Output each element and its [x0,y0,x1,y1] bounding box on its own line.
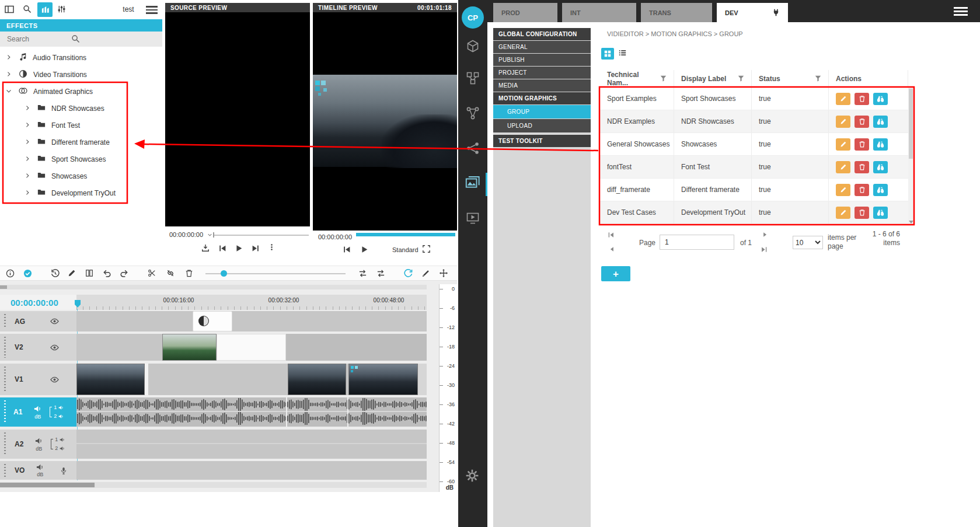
timeline-h-scrollbar[interactable] [0,482,427,488]
table-row[interactable]: Dev Test Cases Development TryOut true [600,201,908,224]
video-clip-thumbnail[interactable] [162,334,217,361]
video-clip-thumbnail[interactable] [288,364,346,395]
column-header-display-label[interactable]: Display Label [674,70,752,87]
split-view-button[interactable] [85,269,93,277]
preview-button[interactable] [873,116,888,128]
tab-trans[interactable]: TRANS [641,3,712,22]
nav-item-publish[interactable]: PUBLISH [493,54,591,66]
adjustments-icon[interactable] [57,5,66,13]
nav-item-global-configuration[interactable]: GLOBAL CONFIGURATION [493,28,591,40]
track-content-vo[interactable] [76,461,427,480]
drag-handle[interactable] [4,314,6,329]
media-library-icon[interactable] [465,176,480,190]
tree-item-development-tryout[interactable]: Development TryOut [0,184,162,201]
last-page-button[interactable] [761,246,767,253]
delete-button[interactable] [185,269,193,277]
page-input[interactable] [660,235,734,250]
next-page-button[interactable] [762,232,768,238]
approve-button[interactable] [23,269,32,278]
preview-button[interactable] [873,138,888,151]
edit-button[interactable] [836,116,850,128]
delete-button[interactable] [855,93,869,105]
nav-item-group[interactable]: GROUP [493,105,591,118]
edit-mode-button[interactable] [68,269,76,277]
undo-button[interactable] [103,269,111,278]
nav-item-project[interactable]: PROJECT [493,67,591,79]
grid-view-button[interactable] [601,48,614,60]
unlink-button[interactable] [166,269,175,277]
chevron-right-icon[interactable] [6,71,13,79]
tab-prod[interactable]: PROD [493,3,557,22]
nav-item-general[interactable]: GENERAL [493,41,591,53]
track-header-v2[interactable]: V2 [0,334,76,361]
ripple-left-button[interactable] [358,269,367,278]
play-button[interactable] [361,246,368,253]
transition-clip[interactable] [193,311,232,331]
video-clip-thumbnail[interactable] [348,364,418,395]
track-header-a2[interactable]: A2 dB 1 2 [0,430,76,459]
components-icon[interactable] [466,72,479,85]
preview-button[interactable] [873,93,888,105]
drag-handle[interactable] [4,400,6,424]
funnel-icon[interactable] [738,75,744,82]
speaker-icon[interactable] [35,437,43,445]
delete-button[interactable] [855,207,869,219]
delete-button[interactable] [855,184,869,196]
nav-item-upload[interactable]: UPLOAD [493,119,591,132]
list-view-button[interactable] [619,49,626,57]
timeline-preview-video[interactable] [313,12,457,231]
video-clip-thumbnail[interactable] [76,364,145,395]
speaker-icon[interactable] [36,463,44,471]
chevron-right-icon[interactable] [6,54,13,62]
source-seek-handle[interactable] [213,232,214,238]
loop-button[interactable] [404,269,413,278]
cut-button[interactable] [148,269,156,277]
delete-button[interactable] [855,138,869,151]
video-clip[interactable] [217,334,286,361]
tab-dev[interactable]: DEV [717,3,788,22]
microphone-icon[interactable] [60,467,67,474]
track-content-v2[interactable] [76,334,427,361]
playout-icon[interactable] [466,212,479,225]
effects-search-input[interactable] [7,35,71,43]
tree-item-ndr-showcases[interactable]: NDR Showcases [0,100,162,117]
edit-button[interactable] [836,138,850,151]
track-visibility-icon[interactable] [50,344,59,351]
delete-button[interactable] [855,161,869,173]
history-button[interactable] [51,269,60,278]
channel-toggle[interactable]: 1 [55,437,65,443]
preview-button[interactable] [873,184,888,196]
table-row[interactable]: fontTest Font Test true [600,156,908,179]
channel-toggle[interactable]: 1 [54,404,64,411]
preview-button[interactable] [873,207,888,219]
delete-button[interactable] [855,116,869,128]
track-visibility-icon[interactable] [50,318,59,324]
track-visibility-icon[interactable] [50,376,59,383]
chevron-right-icon[interactable] [25,104,32,113]
track-content-a1[interactable] [76,397,427,427]
tree-item-sport-showcases[interactable]: Sport Showcases [0,151,162,167]
tree-item-different-framerate[interactable]: Different framerate [0,134,162,151]
settings-gear-icon[interactable] [465,469,479,483]
scrollbar-handle[interactable] [0,483,95,487]
chevron-down-icon[interactable] [6,88,13,96]
add-group-button[interactable]: + [601,266,630,281]
page-size-select[interactable]: 10 [793,236,823,249]
table-row[interactable]: NDR Examples NDR Showcases true [600,110,908,133]
tree-item-video-transitions[interactable]: Video Transitions [0,66,162,83]
info-button[interactable] [6,269,15,278]
tree-item-font-test[interactable]: Font Test [0,117,162,134]
redo-button[interactable] [120,269,128,278]
speaker-icon[interactable] [34,405,41,413]
track-header-ag[interactable]: AG [0,311,76,331]
channel-toggle[interactable]: 2 [55,445,65,452]
search-icon[interactable] [23,5,32,13]
skip-end-button[interactable] [252,245,259,252]
chevron-right-icon[interactable] [25,172,32,180]
track-content-ag[interactable] [76,311,427,331]
zoom-slider-handle[interactable] [221,270,227,277]
track-header-vo[interactable]: VO dB [0,461,76,480]
track-header-a1[interactable]: A1 dB 1 2 [0,397,76,427]
edit-button[interactable] [836,161,850,173]
column-header-actions[interactable]: Actions [829,70,908,87]
